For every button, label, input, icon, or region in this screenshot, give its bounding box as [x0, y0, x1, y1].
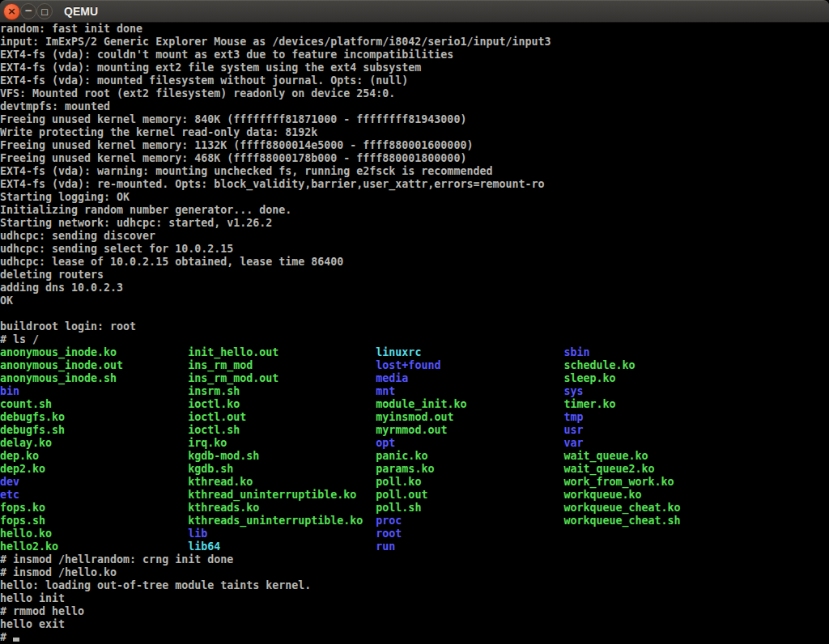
console-line: # insmod /hello.ko [0, 566, 829, 579]
file-name: timer.ko [564, 398, 616, 410]
directory-name: lost+found [376, 359, 563, 371]
console-line: # ls / [0, 333, 829, 346]
console-line: input: ImExPS/2 Generic Explorer Mouse a… [0, 36, 829, 49]
file-name: schedule.ko [564, 359, 636, 371]
console-line: anonymous_inode.out ins_rm_mod lost+foun… [0, 359, 829, 372]
terminal[interactable]: random: fast init doneinput: ImExPS/2 Ge… [0, 23, 829, 644]
directory-name: dev [0, 476, 188, 488]
console-line: anonymous_inode.sh ins_rm_mod.out media … [0, 372, 829, 385]
console-text: hello init [0, 592, 65, 604]
file-name: myinsmod.out [376, 411, 563, 423]
console-text: # ls / [0, 333, 39, 345]
console-line: fops.ko kthreads.ko poll.sh workqueue_ch… [0, 502, 829, 515]
file-name: dep2.ko [0, 463, 188, 475]
console-line: udhcpc: sending discover [0, 230, 829, 243]
console-line: anonymous_inode.ko init_hello.out linuxr… [0, 346, 829, 359]
file-name: kthread.ko [188, 476, 376, 488]
directory-name: media [376, 372, 563, 384]
file-name: count.sh [0, 398, 188, 410]
close-icon: × [7, 6, 16, 16]
maximize-button[interactable]: □ [36, 3, 53, 19]
console-line: # rmmod hello [0, 605, 829, 618]
console-line: hello: loading out-of-tree module taints… [0, 579, 829, 592]
console-text: Freeing unused kernel memory: 1132K (fff… [0, 139, 473, 151]
symlink-name: linuxrc [376, 346, 563, 358]
file-name: workqueue_cheat.sh [564, 515, 681, 527]
console-text: EXT4-fs (vda): couldn't mount as ext3 du… [0, 49, 453, 61]
file-name: wait_queue.ko [564, 450, 648, 462]
console-line: dep2.ko kgdb.sh params.ko wait_queue2.ko [0, 463, 829, 476]
console-text: # insmod /hellrandom: crng init done [0, 553, 233, 566]
console-line: hello exit [0, 618, 829, 631]
console-text: EXT4-fs (vda): mounted filesystem withou… [0, 74, 408, 87]
minimize-button[interactable]: − [20, 3, 36, 19]
console-line: udhcpc: lease of 10.0.2.15 obtained, lea… [0, 256, 829, 269]
console-text: # rmmod hello [0, 605, 84, 617]
file-name: kgdb-mod.sh [188, 450, 376, 462]
window-titlebar[interactable]: × − □ QEMU [0, 0, 829, 23]
console-line: OK [0, 294, 829, 307]
console-line: dep.ko kgdb-mod.sh panic.ko wait_queue.k… [0, 450, 829, 463]
console-text: Freeing unused kernel memory: 468K (ffff… [0, 152, 466, 164]
console-line: udhcpc: sending select for 10.0.2.15 [0, 243, 829, 256]
console-text: input: ImExPS/2 Generic Explorer Mouse a… [0, 36, 551, 48]
file-name: ins_rm_mod [188, 359, 376, 371]
console-text: hello exit [0, 618, 65, 630]
console-line: EXT4-fs (vda): couldn't mount as ext3 du… [0, 49, 829, 61]
console-line: count.sh ioctl.ko module_init.ko timer.k… [0, 398, 829, 411]
file-name: poll.ko [376, 476, 563, 488]
file-name: kgdb.sh [188, 463, 376, 475]
console-text: EXT4-fs (vda): re-mounted. Opts: block_v… [0, 178, 544, 190]
directory-name: var [564, 437, 584, 449]
console-line: Starting network: udhcpc: started, v1.26… [0, 217, 829, 230]
console-text: Freeing unused kernel memory: 840K (ffff… [0, 113, 466, 125]
console-text: # [0, 631, 13, 643]
file-name: poll.sh [376, 502, 563, 514]
directory-name: root [376, 527, 402, 540]
console-line: Starting logging: OK [0, 191, 829, 204]
file-name: workqueue.ko [564, 489, 642, 501]
file-name: irq.ko [188, 437, 376, 449]
console-text: deleting routers [0, 269, 104, 281]
console-line: # insmod /hellrandom: crng init done [0, 553, 829, 566]
file-name: debugfs.sh [0, 424, 188, 436]
file-name: work_from_work.ko [564, 476, 674, 488]
console-text: devtmpfs: mounted [0, 100, 110, 112]
console-line: # [0, 631, 829, 644]
console-line: random: fast init done [0, 23, 829, 36]
file-name: debugfs.ko [0, 411, 188, 423]
console-line: Freeing unused kernel memory: 1132K (fff… [0, 139, 829, 152]
console-line: dev kthread.ko poll.ko work_from_work.ko [0, 476, 829, 489]
console-text: udhcpc: sending discover [0, 230, 155, 242]
console-line: hello init [0, 592, 829, 605]
directory-name: usr [564, 424, 584, 436]
file-name: hello2.ko [0, 540, 188, 553]
console-line: delay.ko irq.ko opt var [0, 437, 829, 450]
file-name: delay.ko [0, 437, 188, 449]
console-line: debugfs.ko ioctl.out myinsmod.out tmp [0, 411, 829, 424]
file-name: poll.out [376, 489, 563, 501]
window-title: QEMU [64, 5, 98, 18]
console-text: Starting network: udhcpc: started, v1.26… [0, 217, 272, 229]
console-line: adding dns 10.0.2.3 [0, 282, 829, 294]
console-line: EXT4-fs (vda): warning: mounting uncheck… [0, 165, 829, 178]
console-line: EXT4-fs (vda): mounting ext2 file system… [0, 61, 829, 74]
console-line: Initializing random number generator... … [0, 204, 829, 217]
console-text: Starting logging: OK [0, 191, 130, 203]
file-name: fops.ko [0, 502, 188, 514]
file-name: insrm.sh [188, 385, 376, 397]
directory-name: sbin [564, 346, 590, 358]
file-name: ins_rm_mod.out [188, 372, 376, 384]
directory-name: mnt [376, 385, 563, 397]
directory-name: lib [188, 527, 376, 540]
file-name: kthread_uninterruptible.ko [188, 489, 376, 501]
file-name: params.ko [376, 463, 563, 475]
close-button[interactable]: × [3, 3, 20, 20]
file-name: dep.ko [0, 450, 188, 462]
file-name: kthreads.ko [188, 502, 376, 514]
file-name: anonymous_inode.out [0, 359, 188, 371]
maximize-icon: □ [40, 7, 48, 16]
directory-name: proc [376, 515, 563, 527]
console-line: VFS: Mounted root (ext2 filesystem) read… [0, 87, 829, 100]
console-line: deleting routers [0, 269, 829, 282]
